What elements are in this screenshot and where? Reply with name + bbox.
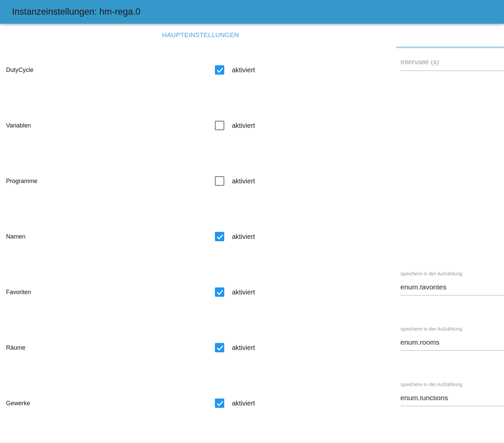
interval-field [400,60,504,71]
row-label: Programme [6,176,37,186]
checkmark-icon [216,66,224,74]
field-label: speichere in der Aufzählung [400,382,504,387]
checkbox-label[interactable]: aktiviert [232,232,255,241]
variablen-checkbox[interactable] [215,121,224,130]
row-label: Räume [6,343,25,352]
dutycycle-checkbox[interactable] [215,65,224,75]
row-label: Namen [6,232,25,241]
row-label: DutyCycle [6,65,33,75]
favoriten-checkbox[interactable] [215,287,224,297]
settings-row-programme: Programme aktiviert [0,176,504,186]
gewerke-checkbox[interactable] [215,398,224,408]
tab-haupteinstellungen[interactable]: HAUPTEINSTELLUNGEN [162,31,239,39]
rooms-enum-input[interactable] [400,341,504,351]
checkbox-label[interactable]: aktiviert [232,176,255,186]
checkbox-label[interactable]: aktiviert [232,343,255,352]
functions-enum-field: speichere in der Aufzählung [400,382,504,406]
dialog-title-bar: Instanzeinstellungen: hm-rega.0 [0,0,504,24]
row-label: Favoriten [6,287,31,297]
functions-enum-input[interactable] [400,396,504,406]
interval-input[interactable] [400,60,504,71]
field-label: speichere in der Aufzählung [400,271,504,276]
checkmark-icon [216,233,224,241]
checkbox-label[interactable]: aktiviert [232,65,255,75]
settings-row-variablen: Variablen aktiviert [0,121,504,130]
programme-checkbox[interactable] [215,176,224,186]
checkmark-icon [216,288,224,296]
raeume-checkbox[interactable] [215,343,224,352]
favorites-enum-field: speichere in der Aufzählung [400,271,504,295]
namen-checkbox[interactable] [215,232,224,241]
tab-strip: HAUPTEINSTELLUNGEN [0,31,401,39]
checkmark-icon [216,344,224,352]
checkbox-label[interactable]: aktiviert [232,121,255,130]
row-label: Variablen [6,121,31,130]
row-label: Gewerke [6,398,30,408]
rooms-enum-field: speichere in der Aufzählung [400,326,504,351]
field-label: speichere in der Aufzählung [400,326,504,332]
favorites-enum-input[interactable] [400,285,504,295]
checkbox-label[interactable]: aktiviert [232,398,255,408]
settings-row-namen: Namen aktiviert [0,232,504,241]
dialog-title: Instanzeinstellungen: hm-rega.0 [12,0,140,24]
checkbox-label[interactable]: aktiviert [232,287,255,297]
checkmark-icon [216,400,224,408]
instance-settings-dialog: Instanzeinstellungen: hm-rega.0 HAUPTEIN… [0,0,504,443]
right-panel-indicator-line [396,47,504,48]
